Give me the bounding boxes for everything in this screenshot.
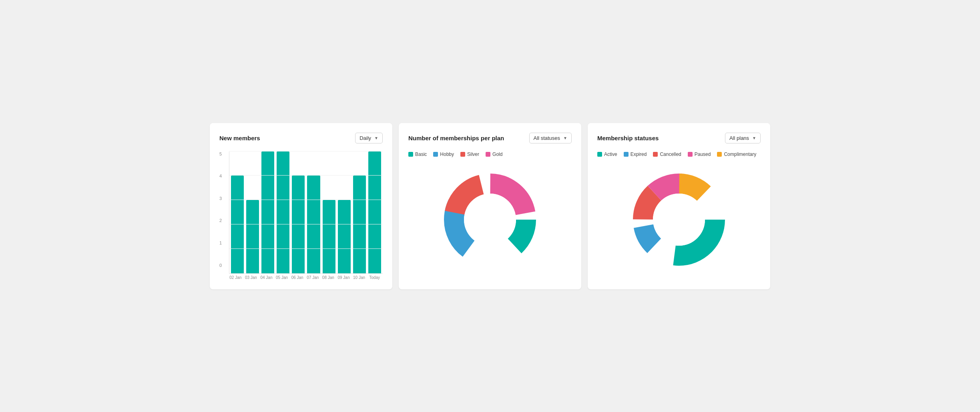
legend-label-paused: Paused bbox=[695, 151, 711, 157]
x-label-3: 05 Jan bbox=[275, 274, 289, 280]
statuses-legend: Active Expired Cancelled Paused Complime… bbox=[597, 151, 756, 157]
membership-statuses-card: Membership statuses All plans ▼ Active E… bbox=[588, 123, 770, 289]
new-members-title: New members bbox=[219, 135, 260, 141]
legend-label-active: Active bbox=[604, 151, 617, 157]
x-label-5: 07 Jan bbox=[306, 274, 319, 280]
x-label-1: 03 Jan bbox=[245, 274, 258, 280]
x-label-0: 02 Jan bbox=[229, 274, 242, 280]
y-label-0: 0 bbox=[219, 263, 226, 268]
legend-dot-hobby bbox=[433, 152, 438, 157]
bars-inner bbox=[229, 151, 383, 274]
statuses-donut-svg bbox=[623, 164, 735, 276]
dashboard: New members Daily ▼ 0 1 2 3 4 5 bbox=[210, 123, 770, 289]
plans-dropdown-arrow: ▼ bbox=[752, 136, 756, 140]
memberships-donut-svg bbox=[434, 164, 546, 276]
x-label-9: Today bbox=[368, 274, 381, 280]
bar-group-6 bbox=[323, 151, 335, 273]
plans-dropdown[interactable]: All plans ▼ bbox=[725, 133, 761, 143]
bar-group-2 bbox=[261, 151, 274, 273]
statuses-dropdown-arrow: ▼ bbox=[563, 136, 567, 140]
x-label-6: 08 Jan bbox=[322, 274, 335, 280]
grid-line-2 bbox=[229, 224, 383, 224]
card-header-statuses: Membership statuses All plans ▼ bbox=[597, 133, 761, 143]
statuses-donut-container: Active Expired Cancelled Paused Complime… bbox=[597, 151, 761, 276]
legend-item-paused: Paused bbox=[688, 151, 711, 157]
bar-group-4 bbox=[292, 151, 305, 273]
legend-dot-gold bbox=[486, 152, 490, 157]
legend-dot-cancelled bbox=[653, 152, 658, 157]
y-axis: 0 1 2 3 4 5 bbox=[219, 151, 229, 280]
legend-item-gold: Gold bbox=[486, 151, 502, 157]
membership-statuses-title: Membership statuses bbox=[597, 135, 659, 141]
bar-7 bbox=[338, 200, 351, 273]
bar-6 bbox=[323, 200, 335, 273]
legend-dot-active bbox=[597, 152, 602, 157]
x-labels: 02 Jan 03 Jan 04 Jan 05 Jan 06 Jan 07 Ja… bbox=[229, 274, 383, 280]
grid-line-1 bbox=[229, 248, 383, 249]
legend-label-cancelled: Cancelled bbox=[660, 151, 681, 157]
legend-dot-silver bbox=[460, 152, 465, 157]
legend-label-hobby: Hobby bbox=[440, 151, 454, 157]
legend-label-gold: Gold bbox=[492, 151, 502, 157]
x-label-4: 06 Jan bbox=[291, 274, 304, 280]
bar-chart-grid: 0 1 2 3 4 5 bbox=[219, 151, 383, 280]
bar-4 bbox=[292, 176, 305, 273]
legend-label-basic: Basic bbox=[415, 151, 427, 157]
memberships-legend: Basic Hobby Silver Gold bbox=[408, 151, 502, 157]
plans-dropdown-label: All plans bbox=[729, 135, 749, 141]
card-header-memberships: Number of memberships per plan All statu… bbox=[408, 133, 572, 143]
legend-item-silver: Silver bbox=[460, 151, 479, 157]
bar-5 bbox=[307, 176, 320, 273]
legend-dot-paused bbox=[688, 152, 693, 157]
daily-dropdown[interactable]: Daily ▼ bbox=[355, 133, 383, 143]
grid-line-3 bbox=[229, 200, 383, 200]
bar-0 bbox=[231, 176, 244, 273]
bar-group-3 bbox=[277, 151, 289, 273]
bar-2 bbox=[261, 151, 274, 273]
bar-group-7 bbox=[338, 151, 351, 273]
bar-8 bbox=[353, 176, 366, 273]
bars-container: 02 Jan 03 Jan 04 Jan 05 Jan 06 Jan 07 Ja… bbox=[229, 151, 383, 280]
grid-line-4 bbox=[229, 175, 383, 176]
donut-hole-memberships bbox=[464, 194, 516, 246]
x-label-7: 09 Jan bbox=[337, 274, 350, 280]
daily-dropdown-label: Daily bbox=[359, 135, 371, 141]
bar-group-5 bbox=[307, 151, 320, 273]
grid-line-5 bbox=[229, 151, 383, 151]
y-label-3: 3 bbox=[219, 196, 226, 201]
x-label-2: 04 Jan bbox=[260, 274, 273, 280]
bar-1 bbox=[246, 200, 259, 273]
y-label-2: 2 bbox=[219, 218, 226, 223]
donut-hole-statuses bbox=[653, 194, 705, 246]
memberships-per-plan-title: Number of memberships per plan bbox=[408, 135, 504, 141]
legend-item-expired: Expired bbox=[624, 151, 647, 157]
y-label-1: 1 bbox=[219, 240, 226, 245]
y-label-5: 5 bbox=[219, 151, 226, 156]
y-label-4: 4 bbox=[219, 174, 226, 178]
bar-group-1 bbox=[246, 151, 259, 273]
x-label-8: 10 Jan bbox=[353, 274, 366, 280]
card-header-new-members: New members Daily ▼ bbox=[219, 133, 383, 143]
bar-group-8 bbox=[353, 151, 366, 273]
memberships-donut-container: Basic Hobby Silver Gold bbox=[408, 151, 572, 276]
legend-item-hobby: Hobby bbox=[433, 151, 454, 157]
bar-3 bbox=[277, 151, 289, 273]
daily-dropdown-arrow: ▼ bbox=[374, 136, 378, 140]
legend-item-complimentary: Complimentary bbox=[717, 151, 756, 157]
memberships-per-plan-card: Number of memberships per plan All statu… bbox=[399, 123, 581, 289]
legend-item-active: Active bbox=[597, 151, 617, 157]
statuses-dropdown-label: All statuses bbox=[534, 135, 560, 141]
bar-chart-area: 0 1 2 3 4 5 bbox=[219, 151, 383, 280]
legend-dot-basic bbox=[408, 152, 413, 157]
legend-item-cancelled: Cancelled bbox=[653, 151, 681, 157]
legend-label-silver: Silver bbox=[467, 151, 479, 157]
bar-group-9 bbox=[368, 151, 381, 273]
new-members-card: New members Daily ▼ 0 1 2 3 4 5 bbox=[210, 123, 392, 289]
legend-dot-expired bbox=[624, 152, 629, 157]
bar-group-0 bbox=[231, 151, 244, 273]
legend-label-complimentary: Complimentary bbox=[724, 151, 756, 157]
statuses-dropdown[interactable]: All statuses ▼ bbox=[529, 133, 572, 143]
legend-label-expired: Expired bbox=[631, 151, 647, 157]
legend-dot-complimentary bbox=[717, 152, 722, 157]
legend-item-basic: Basic bbox=[408, 151, 427, 157]
